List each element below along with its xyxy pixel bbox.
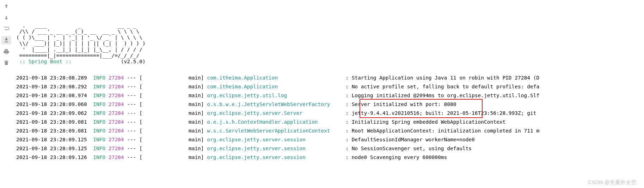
log-bracket: ] — [201, 110, 207, 116]
log-timestamp: 2021-09-18 23:28:09.062 — [16, 110, 87, 116]
log-message: : No active profile set, falling back to… — [345, 84, 539, 89]
clear-all-button[interactable] — [1, 59, 11, 67]
log-thread: main — [142, 110, 201, 116]
spring-banner: . ____ _ __ _ _ /\\ / ___'_ __ _ _(_)_ _… — [16, 23, 644, 59]
log-bracket: [ — [139, 75, 142, 81]
log-row: 2021-09-18 23:28:09.081 INFO 27284 --- [… — [16, 127, 644, 135]
log-thread: main — [142, 101, 201, 107]
log-bracket: ] — [201, 84, 207, 89]
log-logger: com.itheima.Application — [207, 84, 342, 89]
log-row: 2021-09-18 23:28:09.125 INFO 27284 --- [… — [16, 144, 644, 153]
log-dash: --- — [127, 154, 136, 160]
log-pid: 27284 — [109, 137, 124, 142]
log-bracket: [ — [139, 128, 142, 134]
log-thread: main — [142, 137, 201, 142]
log-dash: --- — [127, 137, 136, 142]
log-message: : node0 Scavenging every 600000ms — [345, 154, 447, 160]
console-root: . ____ _ __ _ _ /\\ / ___'_ __ _ _(_)_ _… — [0, 0, 644, 188]
spring-boot-line: :: Spring Boot :: (v2.5.0) — [16, 59, 644, 65]
log-timestamp: 2021-09-18 23:28:08.974 — [16, 93, 87, 98]
log-timestamp: 2021-09-18 23:28:09.081 — [16, 128, 87, 134]
log-level: INFO — [93, 84, 105, 89]
log-dash: --- — [127, 75, 136, 81]
log-bracket: ] — [201, 128, 207, 134]
log-thread: main — [142, 75, 201, 81]
log-logger: org.eclipse.jetty.server.session — [207, 146, 342, 151]
log-dash: --- — [127, 93, 136, 98]
log-level: INFO — [93, 128, 105, 134]
log-pid: 27284 — [109, 119, 124, 125]
spring-boot-version: (v2.5.0) — [121, 59, 146, 64]
log-bracket: [ — [139, 146, 142, 151]
log-level: INFO — [93, 110, 105, 116]
console-output[interactable]: . ____ _ __ _ _ /\\ / ___'_ __ _ _(_)_ _… — [13, 0, 644, 188]
log-message: : Logging initialized @2094ms to org.ecl… — [345, 93, 539, 98]
log-logger: org.eclipse.jetty.server.Server — [207, 110, 342, 116]
log-bracket: ] — [201, 154, 207, 160]
log-level: INFO — [93, 101, 105, 107]
log-level: INFO — [93, 146, 105, 151]
soft-wrap-button[interactable] — [1, 25, 11, 33]
log-logger: o.e.j.s.h.ContextHandler.application — [207, 119, 342, 125]
log-level: INFO — [93, 93, 105, 98]
log-logger: org.eclipse.jetty.server.session — [207, 154, 342, 160]
log-timestamp: 2021-09-18 23:28:08.289 — [16, 75, 87, 81]
log-bracket: [ — [139, 84, 142, 89]
log-row: 2021-09-18 23:28:09.081 INFO 27284 --- [… — [16, 118, 644, 127]
log-logger: w.s.c.ServletWebServerApplicationContext — [207, 128, 342, 134]
log-bracket: ] — [201, 101, 207, 107]
log-message: : jetty-9.4.41.v20210516; built: 2021-05… — [345, 110, 539, 116]
log-bracket: [ — [139, 110, 142, 116]
soft-wrap-icon — [3, 26, 10, 32]
log-level: INFO — [93, 119, 105, 125]
log-row: 2021-09-18 23:28:08.289 INFO 27284 --- [… — [16, 74, 644, 82]
log-message: : DefaultSessionIdManager workerName=nod… — [345, 137, 475, 142]
log-pid: 27284 — [109, 110, 124, 116]
log-thread: main — [142, 146, 201, 151]
log-timestamp: 2021-09-18 23:28:09.126 — [16, 154, 87, 160]
log-pid: 27284 — [109, 84, 124, 89]
log-row: 2021-09-18 23:28:09.062 INFO 27284 --- [… — [16, 109, 644, 118]
log-row: 2021-09-18 23:28:09.125 INFO 27284 --- [… — [16, 135, 644, 144]
log-pid: 27284 — [109, 93, 124, 98]
log-logger: com.itheima.Application — [207, 75, 342, 81]
log-pid: 27284 — [109, 75, 124, 81]
log-bracket: [ — [139, 93, 142, 98]
scroll-to-end-button[interactable] — [1, 36, 11, 45]
log-bracket: ] — [201, 75, 207, 81]
scroll-up-button[interactable] — [1, 2, 11, 11]
log-bracket: ] — [201, 93, 207, 98]
scroll-to-end-icon — [3, 37, 10, 43]
log-level: INFO — [93, 154, 105, 160]
log-thread: main — [142, 128, 201, 134]
log-timestamp: 2021-09-18 23:28:09.125 — [16, 137, 87, 142]
log-bracket: ] — [201, 137, 207, 142]
log-message: : Initializing Spring embedded WebApplic… — [345, 119, 505, 125]
log-bracket: [ — [139, 154, 142, 160]
log-pid: 27284 — [109, 154, 124, 160]
log-dash: --- — [127, 101, 136, 107]
log-dash: --- — [127, 110, 136, 116]
log-logger: o.s.b.w.e.j.JettyServletWebServerFactory — [207, 101, 342, 107]
log-message: : Starting Application using Java 11 on … — [345, 75, 539, 81]
log-level: INFO — [93, 75, 105, 81]
log-timestamp: 2021-09-18 23:28:09.081 — [16, 119, 87, 125]
gutter — [0, 0, 13, 188]
scroll-down-button[interactable] — [1, 13, 11, 22]
spring-boot-label: :: Spring Boot :: — [16, 59, 75, 64]
log-timestamp: 2021-09-18 23:28:08.292 — [16, 84, 87, 89]
log-bracket: ] — [201, 146, 207, 151]
log-timestamp: 2021-09-18 23:28:09.060 — [16, 101, 87, 107]
log-dash: --- — [127, 119, 136, 125]
log-row: 2021-09-18 23:28:09.060 INFO 27284 --- [… — [16, 100, 644, 109]
log-thread: main — [142, 119, 201, 125]
log-pid: 27284 — [109, 128, 124, 134]
log-level: INFO — [93, 137, 105, 142]
log-bracket: [ — [139, 101, 142, 107]
log-dash: --- — [127, 146, 136, 151]
log-bracket: [ — [139, 119, 142, 125]
log-thread: main — [142, 84, 201, 89]
print-button[interactable] — [1, 47, 11, 56]
log-dash: --- — [127, 84, 136, 89]
log-timestamp: 2021-09-18 23:28:09.125 — [16, 146, 87, 151]
